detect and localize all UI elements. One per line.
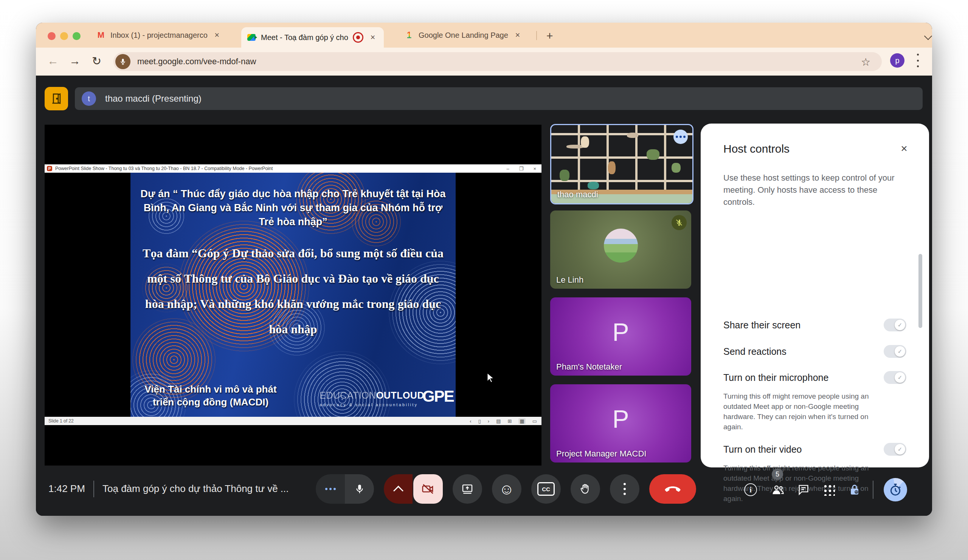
share-screen-toggle[interactable]: ✓: [883, 319, 907, 331]
close-tab-icon[interactable]: ×: [212, 30, 222, 40]
activities-button[interactable]: [820, 481, 837, 498]
slide-organization: Viện Tài chính vi mô và phát triển cộng …: [135, 383, 286, 408]
powerpoint-title: PowerPoint Slide Show - Thong tu 03 và T…: [55, 166, 273, 171]
panel-scrollbar[interactable]: [918, 254, 922, 328]
tab-gmail[interactable]: M Inbox (1) - projectmanagerco ×: [91, 23, 237, 48]
microphone-control: [316, 474, 374, 504]
mouse-cursor: [485, 372, 496, 384]
host-controls-panel: Host controls × Use these host settings …: [701, 124, 929, 467]
ppt-close-icon[interactable]: ×: [533, 166, 536, 172]
slide: Dự án “ Thúc đẩy giáo dục hòa nhập cho T…: [131, 173, 456, 417]
mic-options-icon[interactable]: [316, 474, 345, 504]
education-out-loud-logo: EDUCATIONOUTLOUD advocacy & social accou…: [320, 390, 424, 407]
slide-body: Tọa đàm “Góp ý Dự thảo sửa đổi, bổ sung …: [140, 241, 446, 342]
tab-strip: M Inbox (1) - projectmanagerco × Meet - …: [36, 23, 932, 48]
microphone-toggle-description: Turning this off might remove people usi…: [723, 391, 886, 432]
meet-icon: [247, 33, 256, 42]
toggle-row-microphone: Turn on their microphone ✓: [723, 371, 907, 384]
prev-slide-icon[interactable]: ‹: [470, 418, 471, 424]
people-button[interactable]: [770, 481, 787, 498]
host-controls-title: Host controls: [723, 142, 789, 155]
toggle-check-icon: ✓: [895, 372, 905, 383]
profile-avatar[interactable]: p: [890, 53, 905, 68]
participant-tile-phams-notetaker[interactable]: P Pham's Notetaker: [550, 297, 691, 376]
tab-title: Google One Landing Page: [419, 31, 508, 40]
back-icon[interactable]: ←: [47, 55, 59, 67]
camera-control: [384, 474, 443, 504]
tab-google-one[interactable]: 1 Google One Landing Page ×: [399, 23, 533, 48]
meeting-details-button[interactable]: i: [742, 481, 759, 498]
tab-title: Inbox (1) - projectmanagerco: [110, 31, 207, 40]
gpe-logo: GPE TransformingEducation: [423, 387, 456, 405]
host-controls-button[interactable]: [846, 481, 863, 498]
participant-tile-le-linh[interactable]: Le Linh: [550, 210, 691, 289]
raise-hand-button[interactable]: [570, 474, 600, 504]
view-normal-icon[interactable]: ▤: [496, 418, 501, 424]
browser-menu-icon[interactable]: [917, 54, 919, 67]
close-panel-icon[interactable]: ×: [897, 142, 911, 155]
present-button[interactable]: [453, 474, 482, 504]
toggle-check-icon: ✓: [895, 320, 905, 330]
view-reading-icon[interactable]: ▦: [519, 418, 525, 424]
participant-initial: P: [550, 405, 691, 433]
smiley-icon: ☺: [499, 481, 515, 497]
presentation-stage: P PowerPoint Slide Show - Thong tu 03 và…: [45, 125, 542, 466]
slide-menu-icon[interactable]: ▯: [478, 418, 481, 424]
send-reactions-toggle[interactable]: ✓: [883, 345, 907, 358]
tab-search-chevron-icon[interactable]: [924, 32, 932, 40]
end-call-button[interactable]: [649, 474, 696, 504]
apps-grid-icon: [823, 484, 835, 496]
reload-icon[interactable]: ↻: [92, 55, 101, 68]
slide-heading: Dự án “ Thúc đẩy giáo dục hòa nhập cho T…: [140, 187, 446, 229]
presenter-bar: t thao macdi (Presenting): [75, 87, 923, 110]
powerpoint-titlebar: P PowerPoint Slide Show - Thong tu 03 và…: [45, 164, 542, 173]
tab-meet-active[interactable]: Meet - Toạ đàm góp ý cho ×: [241, 27, 384, 48]
new-tab-button[interactable]: +: [546, 30, 553, 42]
microphone-toggle[interactable]: ✓: [883, 371, 907, 384]
close-tab-icon[interactable]: ×: [513, 30, 522, 40]
macos-close-button[interactable]: [48, 32, 56, 40]
participant-initial: P: [550, 318, 691, 347]
participant-tile-project-manager-macdi[interactable]: P Project Manager MACDI: [550, 384, 691, 463]
mic-in-use-icon[interactable]: [115, 54, 131, 69]
ppt-restore-icon[interactable]: ❐: [519, 166, 524, 172]
chat-button[interactable]: [795, 481, 812, 498]
participant-name: Pham's Notetaker: [556, 362, 622, 372]
camera-options-chevron-icon[interactable]: [384, 474, 413, 504]
camera-off-button[interactable]: [413, 474, 443, 504]
presenter-label: thao macdi (Presenting): [105, 93, 202, 104]
next-slide-icon[interactable]: ›: [488, 418, 489, 424]
toggle-check-icon: ✓: [895, 444, 905, 454]
close-tab-icon[interactable]: ×: [368, 33, 378, 42]
participant-name: Project Manager MACDI: [556, 449, 646, 459]
participant-tile-thao-macdi[interactable]: thao macdi: [550, 124, 693, 205]
browser-window: M Inbox (1) - projectmanagerco × Meet - …: [36, 23, 932, 516]
participant-name: thao macdi: [557, 190, 598, 200]
address-bar[interactable]: meet.google.com/vee-mdof-naw ☆: [113, 52, 882, 71]
cc-icon: CC: [537, 482, 555, 496]
macos-zoom-button[interactable]: [73, 32, 81, 40]
captions-button[interactable]: CC: [531, 474, 561, 504]
macos-minimize-button[interactable]: [60, 32, 68, 40]
participant-count-badge: 5: [772, 469, 783, 480]
forward-icon[interactable]: →: [69, 55, 81, 67]
tile-more-options-icon[interactable]: [673, 130, 688, 144]
more-options-button[interactable]: [610, 474, 640, 504]
view-slideshow-icon[interactable]: ▭: [532, 418, 537, 424]
toggle-row-video: Turn on their video ✓: [723, 443, 907, 456]
time-tracker-button[interactable]: [883, 478, 907, 501]
mic-button[interactable]: [345, 474, 374, 504]
slide-counter: Slide 1 of 22: [48, 418, 74, 424]
meeting-title: Toạ đàm góp ý cho dự thảo Thông tư về ..…: [103, 483, 289, 495]
view-grid-icon[interactable]: ⊞: [508, 418, 512, 424]
video-toggle[interactable]: ✓: [883, 443, 907, 456]
reactions-button[interactable]: ☺: [492, 474, 521, 504]
google-one-icon: 1: [404, 30, 414, 40]
ppt-minimize-icon[interactable]: –: [507, 166, 509, 172]
meeting-room-door-icon: [45, 87, 68, 110]
presenter-avatar: t: [82, 91, 96, 106]
host-controls-description: Use these host settings to keep control …: [723, 172, 908, 208]
divider: [93, 481, 94, 497]
toggle-row-share-screen: Share their screen ✓: [723, 319, 907, 331]
bookmark-star-icon[interactable]: ☆: [861, 56, 870, 68]
